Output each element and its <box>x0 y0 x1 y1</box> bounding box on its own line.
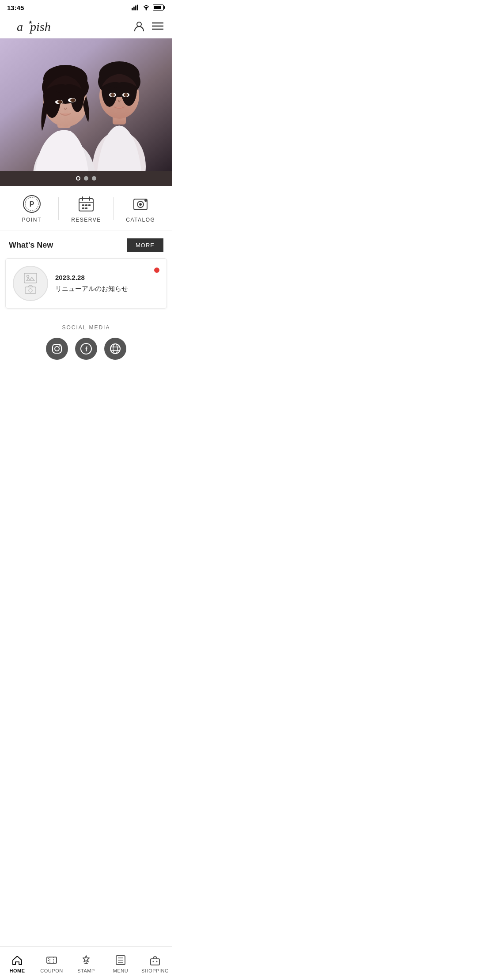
home-nav-label: HOME <box>10 968 25 973</box>
nav-menu[interactable]: MENU <box>103 950 138 977</box>
wifi-icon <box>142 4 151 11</box>
bottom-spacer <box>0 373 172 408</box>
signal-icon <box>132 4 140 11</box>
carousel-dots <box>0 171 172 186</box>
status-icons <box>132 4 165 11</box>
catalog-icon <box>131 195 150 213</box>
svg-rect-70 <box>48 958 49 959</box>
svg-point-35 <box>57 100 63 104</box>
nav-stamp[interactable]: STAMP <box>69 950 103 977</box>
nav-shopping[interactable]: SHOPPING <box>138 950 172 977</box>
whats-new-header: What's New MORE <box>0 230 172 258</box>
header-actions <box>133 20 163 32</box>
svg-rect-1 <box>133 7 135 10</box>
svg-text:a: a <box>17 20 23 34</box>
svg-point-80 <box>153 961 154 962</box>
svg-point-11 <box>137 22 141 26</box>
nav-coupon[interactable]: COUPON <box>34 950 69 977</box>
coupon-nav-label: COUPON <box>40 968 63 973</box>
shopping-nav-label: SHOPPING <box>141 968 169 973</box>
svg-point-60 <box>59 345 61 347</box>
svg-rect-72 <box>48 962 49 962</box>
svg-point-26 <box>124 93 128 97</box>
status-time: 13:45 <box>7 4 24 11</box>
svg-point-4 <box>146 9 147 11</box>
svg-rect-46 <box>85 204 87 206</box>
camera-icon <box>25 285 36 294</box>
quick-nav-point[interactable]: P POINT <box>4 195 59 223</box>
logo-svg: a ★ pish <box>9 18 62 34</box>
svg-rect-48 <box>82 207 84 209</box>
svg-text:P: P <box>29 200 34 208</box>
home-nav-icon <box>11 954 23 966</box>
image-placeholder-icon <box>24 273 37 283</box>
svg-rect-54 <box>24 273 37 283</box>
hamburger-icon <box>152 22 163 30</box>
news-thumbnail <box>13 266 48 301</box>
globe-icon <box>110 343 121 354</box>
battery-icon <box>153 4 165 11</box>
svg-point-57 <box>29 289 32 292</box>
svg-point-37 <box>70 98 76 102</box>
svg-point-81 <box>156 961 158 962</box>
svg-rect-6 <box>164 6 165 9</box>
quick-nav-catalog[interactable]: CATALOG <box>114 195 168 223</box>
news-card-0[interactable]: 2023.2.28 リニューアルのお知らせ <box>5 258 167 309</box>
quick-nav-reserve[interactable]: RESERVE <box>59 195 113 223</box>
svg-rect-2 <box>135 6 136 11</box>
bottom-nav: HOME COUPON STAMP <box>0 946 172 980</box>
app-header: a ★ pish <box>0 14 172 38</box>
facebook-button[interactable]: f <box>75 338 97 360</box>
svg-point-52 <box>139 203 142 206</box>
news-date: 2023.2.28 <box>55 274 147 281</box>
reserve-icon <box>77 195 95 213</box>
svg-text:f: f <box>85 345 88 353</box>
catalog-label: CATALOG <box>126 217 155 223</box>
hero-svg <box>0 38 172 171</box>
svg-point-59 <box>55 347 59 351</box>
instagram-icon <box>51 343 63 354</box>
svg-point-53 <box>144 199 147 202</box>
profile-icon <box>133 20 145 32</box>
menu-nav-icon <box>114 954 127 966</box>
social-media-section: SOCIAL MEDIA f <box>0 316 172 373</box>
svg-rect-3 <box>137 5 138 11</box>
svg-rect-47 <box>88 204 91 206</box>
point-label: POINT <box>22 217 42 223</box>
menu-nav-label: MENU <box>113 968 128 973</box>
social-label: SOCIAL MEDIA <box>0 324 172 331</box>
stamp-nav-label: STAMP <box>77 968 95 973</box>
website-button[interactable] <box>104 338 126 360</box>
facebook-icon: f <box>80 343 92 354</box>
nav-home[interactable]: HOME <box>0 950 34 977</box>
dot-3[interactable] <box>92 176 96 181</box>
instagram-button[interactable] <box>46 338 68 360</box>
hero-image <box>0 38 172 171</box>
menu-button[interactable] <box>152 22 163 30</box>
quick-nav: P POINT RESERVE <box>0 186 172 230</box>
svg-rect-71 <box>48 960 49 961</box>
profile-button[interactable] <box>133 20 145 32</box>
new-badge <box>154 268 159 273</box>
logo: a ★ pish <box>9 18 62 34</box>
svg-rect-49 <box>85 207 87 209</box>
dot-2[interactable] <box>84 176 88 181</box>
social-icons: f <box>0 338 172 360</box>
reserve-label: RESERVE <box>71 217 101 223</box>
svg-point-63 <box>110 344 120 354</box>
more-button[interactable]: MORE <box>127 238 163 252</box>
svg-rect-0 <box>132 8 133 10</box>
status-bar: 13:45 <box>0 0 172 14</box>
news-content: 2023.2.28 リニューアルのお知らせ <box>55 274 147 293</box>
svg-point-24 <box>110 93 115 97</box>
news-title: リニューアルのお知らせ <box>55 284 147 293</box>
stamp-nav-icon <box>80 954 92 966</box>
dot-1[interactable] <box>76 176 80 181</box>
coupon-nav-icon <box>45 954 58 966</box>
svg-rect-79 <box>151 959 159 965</box>
svg-rect-7 <box>154 6 161 9</box>
svg-point-64 <box>113 344 117 354</box>
whats-new-title: What's New <box>9 241 53 250</box>
shopping-nav-icon <box>149 954 161 966</box>
point-icon: P <box>23 195 41 213</box>
